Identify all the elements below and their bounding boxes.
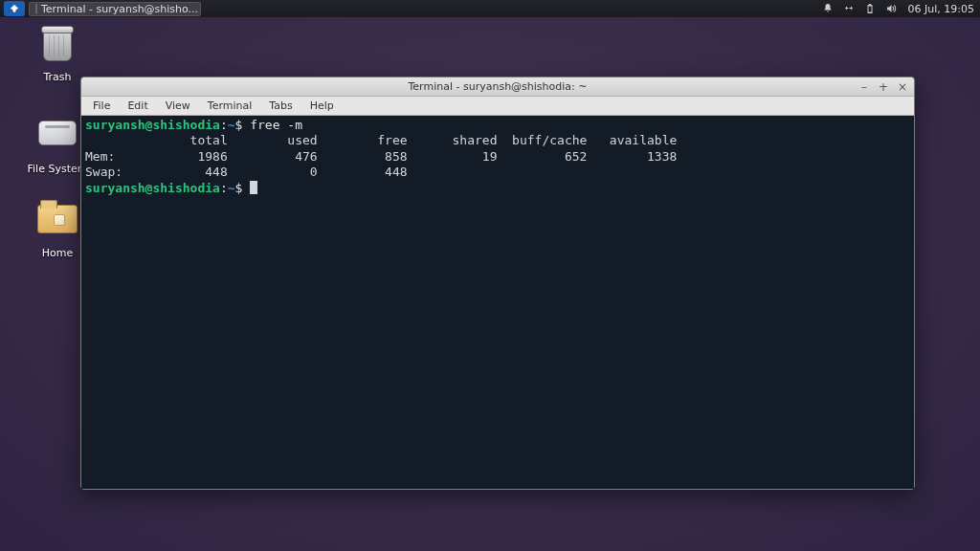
terminal-icon [35,4,37,13]
prompt-end: $ [235,118,251,132]
window-close-button[interactable]: × [897,81,908,93]
prompt-sep: : [220,181,228,195]
menu-view[interactable]: View [158,98,198,114]
prompt-user: suryansh@shishodia [85,118,220,132]
volume-icon[interactable] [885,3,897,14]
folder-home-icon [37,205,78,233]
menu-edit[interactable]: Edit [120,98,155,114]
prompt-end: $ [235,181,251,195]
window-title: Terminal - suryansh@shishodia: ~ [409,80,588,93]
xfce-mouse-icon [10,4,19,13]
top-panel: Terminal - suryansh@shisho... 06 Jul, 19… [0,0,980,17]
terminal-content[interactable]: suryansh@shishodia:~$ free -m total used… [81,116,914,489]
free-header: total used free shared buff/cache availa… [85,133,677,147]
desktop-icon-trash[interactable]: Trash [19,29,96,83]
menu-file[interactable]: File [85,98,118,114]
trash-icon [43,29,72,61]
menu-help[interactable]: Help [302,98,342,114]
prompt-user: suryansh@shishodia [85,181,220,195]
menu-terminal[interactable]: Terminal [200,98,260,114]
prompt-path: ~ [228,118,235,132]
window-titlebar[interactable]: Terminal - suryansh@shishodia: ~ – + × [81,77,914,97]
terminal-window: Terminal - suryansh@shishodia: ~ – + × F… [80,77,915,490]
prompt-path: ~ [228,181,235,195]
notifications-icon[interactable] [822,3,834,14]
free-row-swap: Swap: 448 0 448 [85,165,408,179]
applications-menu-button[interactable] [4,1,25,16]
panel-clock[interactable]: 06 Jul, 19:05 [902,3,980,15]
free-row-mem: Mem: 1986 476 858 19 652 1338 [85,149,677,164]
battery-icon[interactable] [864,3,876,14]
taskbar-item-label: Terminal - suryansh@shisho... [41,3,198,15]
terminal-command: free -m [250,118,302,132]
window-menubar: File Edit View Terminal Tabs Help [81,97,914,116]
display-icon[interactable] [843,3,855,14]
terminal-cursor [250,181,257,194]
system-tray [816,3,902,14]
window-minimize-button[interactable]: – [858,81,870,93]
taskbar-item-terminal[interactable]: Terminal - suryansh@shisho... [29,2,201,16]
menu-tabs[interactable]: Tabs [261,98,300,114]
drive-icon [38,121,77,145]
prompt-sep: : [220,118,228,132]
window-maximize-button[interactable]: + [878,81,889,93]
